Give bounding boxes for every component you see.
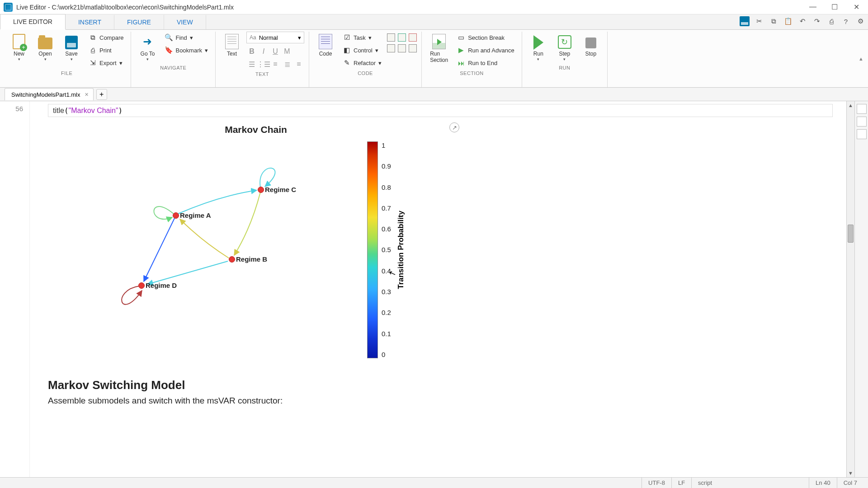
find-button[interactable]: 🔍Find ▾ [162, 32, 211, 43]
new-file-tab-button[interactable]: + [96, 89, 107, 100]
ribbon-group-section: Run Section ▭Section Break ▶Run and Adva… [422, 32, 522, 87]
scroll-up-button[interactable]: ▲ [847, 101, 854, 109]
ribbon-tabs: LIVE EDITOR INSERT FIGURE VIEW ✂ ⧉ 📋 ↶ ↷… [0, 14, 868, 30]
qat-paste-button[interactable]: 📋 [783, 16, 793, 26]
vertical-scrollbar[interactable]: ▲ ▼ [846, 101, 854, 477]
graph-canvas: Regime A Regime B Regime C Regime D [61, 137, 355, 354]
step-button[interactable]: Step▾ [553, 32, 576, 63]
qat-copy-button[interactable]: ⧉ [769, 16, 778, 26]
editor-content[interactable]: title("Markov Chain") ↗ Markov Chain [30, 101, 846, 477]
output-hide-button[interactable] [857, 129, 867, 139]
colorbar-gradient [367, 141, 378, 358]
ribbon-collapse-button[interactable]: ▲ [859, 56, 863, 61]
app-icon [4, 3, 13, 12]
tab-figure[interactable]: FIGURE [114, 15, 164, 29]
save-button[interactable]: Save▾ [60, 32, 83, 63]
underline-button[interactable]: U [270, 46, 281, 57]
group-label-navigate: NAVIGATE [136, 63, 211, 71]
status-encoding[interactable]: UTF-8 [642, 478, 671, 488]
section-heading[interactable]: Markov Switching Model [48, 378, 833, 392]
output-right-button[interactable] [857, 117, 867, 127]
status-filetype[interactable]: script [691, 478, 809, 488]
output-inline-button[interactable] [857, 104, 867, 114]
code-cell[interactable]: title("Markov Chain") [48, 104, 833, 117]
run-to-end-button[interactable]: ⏭Run to End [454, 57, 517, 69]
align-right-button[interactable]: ≡ [293, 59, 304, 70]
group-label-code: CODE [314, 69, 417, 77]
run-button[interactable]: Run▾ [527, 32, 550, 63]
window-title: Live Editor - C:\work21b\matlab\toolbox\… [16, 4, 234, 11]
code-tool-2[interactable] [398, 33, 406, 42]
code-tool-1[interactable] [387, 33, 395, 42]
popout-figure-button[interactable]: ↗ [449, 122, 459, 132]
ribbon-group-text: Text AaNormal▾ B I U M ☰ ⋮☰ ≡ ≣ ≡ TEXT [216, 32, 309, 87]
open-button[interactable]: Open▾ [33, 32, 57, 63]
tab-insert[interactable]: INSERT [66, 15, 114, 29]
node-regime-a: Regime A [173, 211, 211, 219]
group-label-file: FILE [7, 69, 126, 77]
list-ol-button[interactable]: ⋮☰ [258, 59, 269, 70]
task-button[interactable]: ☑Task ▾ [340, 32, 384, 43]
text-style-combo[interactable]: AaNormal▾ [246, 32, 304, 43]
qat-undo-button[interactable]: ↶ [797, 16, 807, 26]
run-advance-button[interactable]: ▶Run and Advance [454, 44, 517, 56]
editor-area: 56 title("Markov Chain") ↗ Markov Chain [0, 101, 868, 477]
tab-live-editor[interactable]: LIVE EDITOR [0, 14, 66, 30]
section-break-button[interactable]: ▭Section Break [454, 32, 517, 43]
align-left-button[interactable]: ≡ [270, 59, 281, 70]
new-button[interactable]: New▾ [7, 32, 31, 63]
code-func: title [53, 107, 64, 114]
titlebar: Live Editor - C:\work21b\matlab\toolbox\… [0, 0, 868, 14]
code-tool-3[interactable] [409, 33, 417, 42]
close-button[interactable]: ✕ [852, 3, 861, 11]
export-button[interactable]: ⇲Export ▾ [86, 57, 126, 69]
ribbon-group-navigate: ➜Go To▾ 🔍Find ▾ 🔖Bookmark ▾ NAVIGATE [131, 32, 216, 87]
scroll-down-button[interactable]: ▼ [847, 469, 854, 477]
tab-view[interactable]: VIEW [164, 15, 206, 29]
colorbar: 1 0.9 0.8 0.7 0.6 0.5 0.4 0.3 0.2 0.1 0 … [367, 137, 407, 358]
code-button[interactable]: Code [314, 32, 337, 59]
minimize-button[interactable]: — [808, 3, 817, 11]
goto-button[interactable]: ➜Go To▾ [136, 32, 159, 63]
file-tab-bar: SwitchingModelsPart1.mlx × + [0, 88, 868, 101]
status-col[interactable]: Col 7 [837, 478, 863, 488]
file-tab-name: SwitchingModelsPart1.mlx [11, 91, 80, 98]
qat-redo-button[interactable]: ↷ [812, 16, 822, 26]
bookmark-button[interactable]: 🔖Bookmark ▾ [162, 44, 211, 56]
colorbar-label: Transition Probability [395, 211, 407, 289]
ribbon-group-code: Code ☑Task ▾ ◧Control ▾ ✎Refactor ▾ C [309, 32, 422, 87]
qat-help-button[interactable]: ? [841, 16, 851, 26]
qat-cut-button[interactable]: ✂ [754, 16, 764, 26]
figure-output: ↗ Markov Chain [48, 121, 464, 367]
compare-button[interactable]: ⧉Compare [86, 32, 126, 43]
file-tab-active[interactable]: SwitchingModelsPart1.mlx × [5, 88, 94, 100]
stop-button[interactable]: Stop [579, 32, 603, 59]
node-regime-c: Regime C [258, 186, 296, 193]
text-button[interactable]: Text [220, 32, 244, 59]
qat-settings-button[interactable]: ⚙ [855, 16, 865, 26]
qat-print-button[interactable]: ⎙ [826, 16, 836, 26]
code-tool-6[interactable] [409, 44, 417, 52]
quick-access-toolbar: ✂ ⧉ 📋 ↶ ↷ ⎙ ? ⚙ [740, 16, 865, 26]
run-section-button[interactable]: Run Section [426, 32, 452, 65]
italic-button[interactable]: I [258, 46, 269, 57]
mono-button[interactable]: M [282, 46, 292, 57]
refactor-button[interactable]: ✎Refactor ▾ [340, 57, 384, 69]
line-gutter: 56 [0, 101, 30, 477]
group-label-section: SECTION [426, 69, 517, 77]
status-eol[interactable]: LF [671, 478, 691, 488]
chart-title: Markov Chain [48, 121, 464, 137]
maximize-button[interactable]: ☐ [830, 3, 839, 11]
qat-save-button[interactable] [740, 16, 750, 26]
scroll-thumb[interactable] [848, 225, 854, 243]
list-ul-button[interactable]: ☰ [246, 59, 257, 70]
status-line[interactable]: Ln 40 [809, 478, 837, 488]
section-body[interactable]: Assemble submodels and switch with the m… [48, 396, 833, 406]
control-button[interactable]: ◧Control ▾ [340, 44, 384, 56]
file-tab-close-button[interactable]: × [85, 91, 88, 98]
align-center-button[interactable]: ≣ [282, 59, 292, 70]
code-tool-5[interactable] [398, 44, 406, 52]
print-button[interactable]: ⎙Print [86, 44, 126, 56]
code-tool-4[interactable] [387, 44, 395, 52]
bold-button[interactable]: B [246, 46, 257, 57]
